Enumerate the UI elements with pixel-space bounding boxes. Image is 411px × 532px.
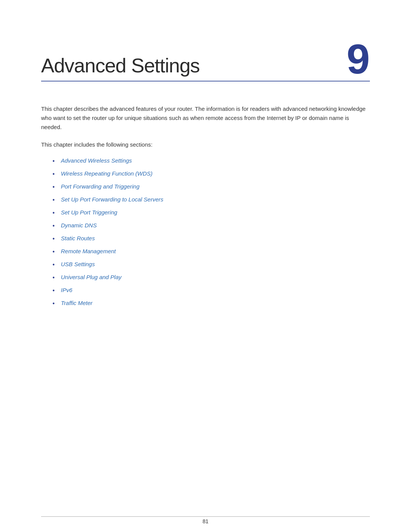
chapter-number: 9 bbox=[347, 38, 370, 80]
page-container: Advanced Settings 9 This chapter describ… bbox=[0, 0, 411, 532]
toc-item: Wireless Repeating Function (WDS) bbox=[53, 169, 370, 178]
intro-paragraph-2: This chapter includes the following sect… bbox=[41, 140, 370, 149]
toc-link-4[interactable]: Set Up Port Triggering bbox=[61, 209, 117, 216]
toc-item: Static Routes bbox=[53, 234, 370, 243]
toc-item: USB Settings bbox=[53, 260, 370, 269]
toc-item: Set Up Port Triggering bbox=[53, 208, 370, 217]
toc-item: IPv6 bbox=[53, 286, 370, 295]
toc-link-7[interactable]: Remote Management bbox=[61, 248, 116, 254]
toc-link-6[interactable]: Static Routes bbox=[61, 235, 95, 241]
toc-item: Advanced Wireless Settings bbox=[53, 156, 370, 165]
toc-item: Set Up Port Forwarding to Local Servers bbox=[53, 195, 370, 204]
toc-link-11[interactable]: Traffic Meter bbox=[61, 300, 92, 306]
chapter-header: Advanced Settings 9 bbox=[41, 0, 370, 81]
toc-item: Universal Plug and Play bbox=[53, 273, 370, 282]
toc-link-8[interactable]: USB Settings bbox=[61, 261, 95, 267]
toc-link-0[interactable]: Advanced Wireless Settings bbox=[61, 157, 132, 164]
toc-link-5[interactable]: Dynamic DNS bbox=[61, 222, 97, 228]
toc-item: Port Forwarding and Triggering bbox=[53, 182, 370, 191]
footer-divider bbox=[41, 516, 370, 517]
toc-link-3[interactable]: Set Up Port Forwarding to Local Servers bbox=[61, 196, 163, 203]
toc-item: Remote Management bbox=[53, 247, 370, 256]
page-number: 81 bbox=[202, 518, 209, 524]
toc-link-10[interactable]: IPv6 bbox=[61, 287, 72, 293]
toc-link-2[interactable]: Port Forwarding and Triggering bbox=[61, 183, 139, 190]
chapter-title: Advanced Settings bbox=[41, 54, 200, 77]
toc-item: Traffic Meter bbox=[53, 299, 370, 308]
intro-paragraph-1: This chapter describes the advanced feat… bbox=[41, 104, 368, 132]
toc-link-9[interactable]: Universal Plug and Play bbox=[61, 274, 121, 280]
toc-link-1[interactable]: Wireless Repeating Function (WDS) bbox=[61, 170, 153, 177]
toc-item: Dynamic DNS bbox=[53, 221, 370, 230]
toc-list: Advanced Wireless SettingsWireless Repea… bbox=[53, 156, 370, 308]
